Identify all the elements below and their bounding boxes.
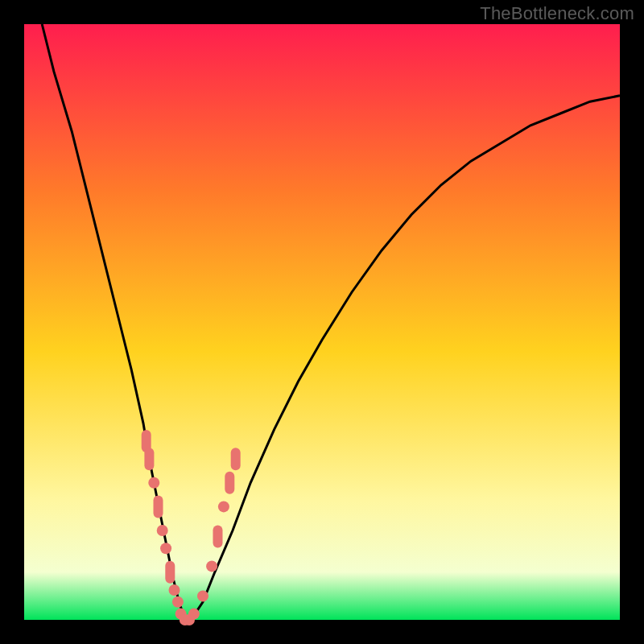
marker-dot [197,590,208,601]
marker-dot [157,525,168,536]
marker-capsule [225,472,234,494]
marker-dot [188,609,200,620]
marker-capsule [213,525,223,547]
watermark-text: TheBottleneck.com [480,3,634,24]
curve-line [42,24,620,620]
marker-dot [218,501,229,512]
marker-capsule [165,561,175,584]
marker-capsule [231,448,241,470]
marker-dot [148,477,159,489]
marker-dot [172,597,184,608]
chart-frame: TheBottleneck.com [0,0,644,644]
marker-capsule [154,495,163,518]
marker-dot [206,560,217,572]
plot-area [24,24,620,620]
marker-dot [160,543,171,554]
marker-capsule [144,448,154,470]
curve-markers [142,430,241,625]
bottleneck-curve [24,24,620,620]
marker-dot [169,584,180,596]
